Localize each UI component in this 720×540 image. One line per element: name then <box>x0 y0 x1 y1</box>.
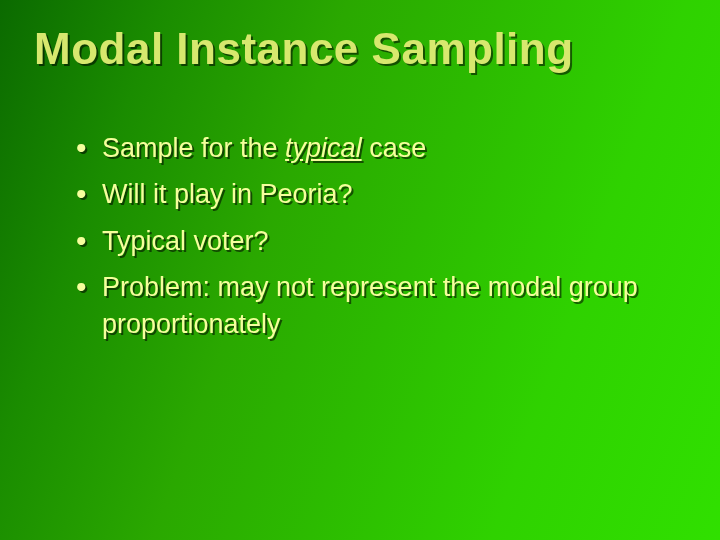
bullet-text-post: case <box>362 133 427 163</box>
slide: Modal Instance Sampling Sample for the t… <box>0 0 720 540</box>
bullet-list: Sample for the typical case Will it play… <box>70 130 680 342</box>
bullet-text-emph: typical <box>285 133 362 163</box>
bullet-item: Will it play in Peoria? <box>70 176 680 212</box>
bullet-text: Problem: may not represent the modal gro… <box>102 272 638 338</box>
bullet-item: Typical voter? <box>70 223 680 259</box>
bullet-text: Will it play in Peoria? <box>102 179 353 209</box>
bullet-item: Sample for the typical case <box>70 130 680 166</box>
slide-body: Sample for the typical case Will it play… <box>70 130 680 352</box>
bullet-text-pre: Sample for the <box>102 133 285 163</box>
slide-title: Modal Instance Sampling <box>34 24 686 74</box>
bullet-text: Typical voter? <box>102 226 269 256</box>
bullet-item: Problem: may not represent the modal gro… <box>70 269 680 342</box>
